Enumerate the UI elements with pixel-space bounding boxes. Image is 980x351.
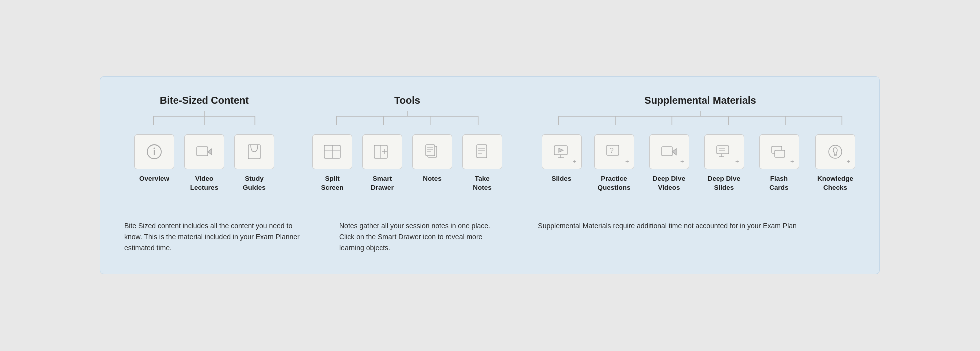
practice-plus: + [626,158,630,166]
slides-label: Slides [552,174,572,184]
take-notes-label: Take Notes [473,174,492,192]
deep-dive-slides-label: Deep Dive Slides [708,174,740,192]
video-lectures-label: Video Lectures [190,174,218,192]
icon-block-overview: Overview [132,134,177,184]
flash-cards-plus: + [790,158,794,166]
svg-point-57 [829,146,842,158]
icon-block-flash-cards: + Flash Cards [754,134,804,192]
take-notes-icon-box [462,134,502,170]
slides-plus: + [573,158,577,166]
supp-bracket [530,112,870,126]
deep-dive-slides-icon-box: + [704,134,744,170]
section-tools: Tools [312,95,502,192]
section-bite-sized: Bite-Sized Content [124,95,284,192]
flash-cards-icon-box: + [760,134,800,170]
description-row: Bite Sized content includes all the cont… [124,221,856,254]
tools-icons: Split Screen Smart Drawer [310,134,505,192]
deep-dive-slides-plus: + [736,158,740,166]
section-supplemental: Supplemental Materials [530,95,870,192]
bite-sized-description: Bite Sized content includes all the cont… [124,221,320,254]
supplemental-title: Supplemental Materials [644,95,756,106]
overview-icon-box [134,134,174,170]
knowledge-checks-plus: + [846,158,850,166]
icon-block-smart-drawer: Smart Drawer [360,134,405,192]
icon-block-deep-dive-videos: + Deep Dive Videos [644,134,694,192]
svg-text:?: ? [610,146,614,154]
svg-point-7 [154,148,156,150]
svg-rect-50 [717,146,729,154]
tools-description: Notes gather all your session notes in o… [320,221,508,254]
icon-block-notes: Notes [410,134,455,184]
sections-row: Bite-Sized Content [124,95,856,205]
deep-dive-videos-icon-box: + [650,134,690,170]
tools-title: Tools [394,95,420,106]
split-screen-label: Split Screen [321,174,344,192]
svg-rect-8 [197,147,208,156]
split-screen-icon-box [312,134,352,170]
slides-icon-box: + [542,134,582,170]
bite-sized-bracket [124,112,284,126]
deep-dive-videos-plus: + [680,158,684,166]
smart-drawer-label: Smart Drawer [371,174,394,192]
notes-label: Notes [423,174,442,184]
notes-icon-box [412,134,452,170]
icon-block-practice-questions: ? + Practice Questions [590,134,640,192]
icon-block-deep-dive-slides: + Deep Dive Slides [700,134,750,192]
bite-sized-title: Bite-Sized Content [160,95,249,106]
icon-block-take-notes: Take Notes [460,134,505,192]
overview-label: Overview [140,174,170,184]
bite-sized-icons: Overview Video Lectures [132,134,277,192]
icon-block-video-lectures: Video Lectures [182,134,227,192]
supplemental-icons: + Slides ? + Practice Questions [540,134,862,192]
practice-questions-icon-box: ? + [594,134,634,170]
knowledge-checks-icon-box: + [816,134,856,170]
icon-block-split-screen: Split Screen [310,134,355,192]
supplemental-description: Supplemental Materials require additiona… [508,221,856,254]
icon-block-slides: + Slides [540,134,584,184]
study-guides-label: Study Guides [243,174,266,192]
svg-marker-49 [672,149,676,155]
icon-block-study-guides: Study Guides [232,134,277,192]
study-guides-icon-box [234,134,274,170]
svg-marker-9 [208,149,212,155]
svg-marker-45 [559,148,564,152]
svg-rect-56 [775,150,785,158]
icon-block-knowledge-checks: + Knowledge Checks [810,134,862,192]
video-lectures-icon-box [184,134,224,170]
main-container: Bite-Sized Content [100,76,880,274]
deep-dive-videos-label: Deep Dive Videos [653,174,686,192]
tools-bracket [312,112,502,126]
svg-rect-48 [662,147,672,156]
smart-drawer-icon-box [362,134,402,170]
svg-rect-30 [477,145,487,158]
knowledge-checks-label: Knowledge Checks [818,174,854,192]
practice-questions-label: Practice Questions [598,174,630,192]
svg-rect-26 [426,145,435,156]
flash-cards-label: Flash Cards [770,174,788,192]
